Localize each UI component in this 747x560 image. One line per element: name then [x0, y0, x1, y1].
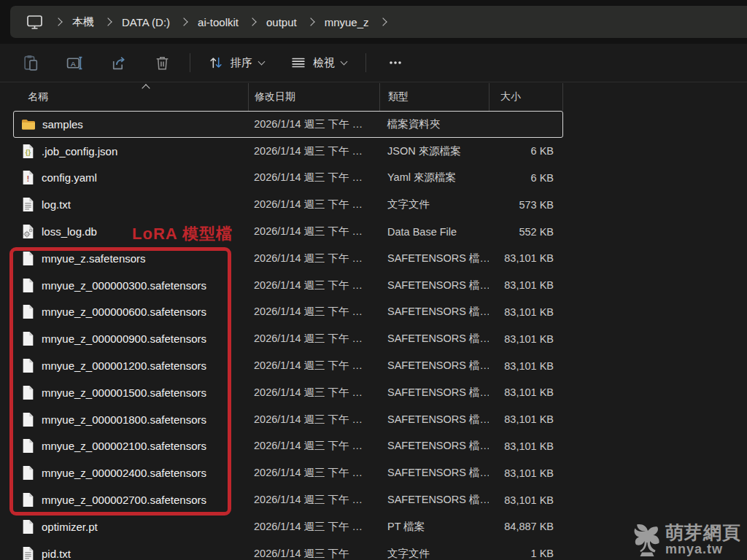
more-options-button[interactable]: [379, 50, 411, 76]
file-date: 2026/1/14 週三 下午 …: [248, 466, 379, 480]
column-header-name[interactable]: 名稱: [13, 83, 248, 111]
view-lines-icon: [290, 55, 306, 71]
file-icon: [20, 278, 35, 292]
breadcrumb-chevron-icon: [54, 18, 62, 26]
table-row[interactable]: mnyue_z_000002400.safetensors 2026/1/14 …: [13, 459, 563, 486]
table-row[interactable]: {} .job_config.json 2026/1/14 週三 下午 … JS…: [13, 138, 563, 165]
file-name: config.yaml: [42, 171, 97, 184]
breadcrumb-item[interactable]: ai-toolkit: [198, 16, 239, 28]
file-name: mnyue_z_000000600.safetensors: [42, 306, 206, 318]
rename-button[interactable]: A: [58, 50, 90, 76]
table-row[interactable]: ! config.yaml 2026/1/14 週三 下午 … Yaml 來源檔…: [13, 165, 563, 192]
file-type: PT 檔案: [379, 520, 489, 534]
file-name: loss_log.db: [42, 225, 97, 238]
rename-icon: A: [66, 54, 84, 72]
breadcrumb-item[interactable]: DATA (D:): [122, 16, 170, 28]
file-name: mnyue_z_000002700.safetensors: [42, 494, 206, 506]
file-date: 2026/1/14 週三 下午 …: [248, 439, 379, 453]
table-row[interactable]: mnyue_z_000002700.safetensors 2026/1/14 …: [13, 486, 563, 513]
table-row[interactable]: loss_log.db 2026/1/14 週三 下午 … Data Base …: [13, 218, 563, 245]
svg-text:!: !: [26, 174, 29, 183]
file-name-cell: mnyue_z_000002400.safetensors: [13, 466, 248, 481]
sort-arrows-icon: [208, 55, 224, 71]
sort-button[interactable]: 排序: [201, 50, 271, 76]
file-date: 2026/1/14 週三 下午 …: [248, 359, 379, 373]
column-header-type[interactable]: 類型: [379, 83, 489, 111]
file-date: 2026/1/14 週三 下午 …: [248, 144, 379, 158]
file-type: SAFETENSORS 檔…: [379, 386, 489, 400]
file-type: Data Base File: [379, 226, 489, 238]
chevron-down-icon: [341, 58, 348, 66]
sort-button-label: 排序: [231, 56, 252, 70]
file-type: SAFETENSORS 檔…: [379, 252, 489, 265]
file-icon: [20, 305, 35, 319]
table-row[interactable]: samples 2026/1/14 週三 下午 … 檔案資料夾: [13, 111, 563, 138]
file-date: 2026/1/14 週三 下午 …: [248, 117, 379, 131]
file-type: 檔案資料夾: [379, 117, 489, 131]
file-name: mnyue_z_000002400.safetensors: [42, 467, 206, 479]
view-button[interactable]: 檢視: [283, 50, 354, 76]
file-type: SAFETENSORS 檔…: [379, 466, 489, 480]
breadcrumb-chevron-icon: [379, 18, 387, 26]
file-date: 2026/1/14 週三 下午 …: [248, 386, 379, 400]
file-name-cell: ! config.yaml: [13, 171, 248, 185]
sprout-logo-icon: [632, 522, 662, 557]
watermark-site-name: 萌芽網頁: [665, 524, 741, 542]
table-row[interactable]: mnyue_z_000001800.safetensors 2026/1/14 …: [13, 406, 563, 433]
table-row[interactable]: mnyue_z_000000600.safetensors 2026/1/14 …: [13, 299, 563, 326]
breadcrumb-item[interactable]: mnyue_z: [325, 16, 369, 28]
file-name: pid.txt: [42, 548, 71, 560]
file-icon: [20, 251, 35, 265]
table-row[interactable]: mnyue_z_000002100.safetensors 2026/1/14 …: [13, 433, 563, 460]
file-name: mnyue_z_000001200.safetensors: [42, 359, 206, 372]
file-size: 83,101 KB: [489, 494, 563, 506]
table-row[interactable]: pid.txt 2026/1/14 週三 下午 文字文件 1 KB: [13, 540, 563, 560]
file-name-cell: mnyue_z_000001800.safetensors: [13, 412, 248, 427]
file-size: 83,101 KB: [489, 306, 563, 318]
file-size: 83,101 KB: [489, 440, 563, 452]
breadcrumb-item[interactable]: output: [266, 16, 297, 28]
table-row[interactable]: optimizer.pt 2026/1/14 週三 下午 … PT 檔案 84,…: [13, 513, 563, 540]
watermark-site-url: mnya.tw: [665, 542, 741, 556]
delete-button[interactable]: [146, 50, 178, 76]
monitor-icon[interactable]: [26, 15, 43, 30]
paste-button[interactable]: [15, 50, 47, 76]
file-name-cell: mnyue_z.safetensors: [13, 251, 248, 265]
table-row[interactable]: mnyue_z_000001200.safetensors 2026/1/14 …: [13, 352, 563, 379]
file-name-cell: loss_log.db: [13, 225, 248, 239]
file-icon: [20, 466, 35, 481]
table-row[interactable]: mnyue_z_000000300.safetensors 2026/1/14 …: [13, 272, 563, 299]
file-size: 83,101 KB: [489, 467, 563, 479]
yaml-file-icon: !: [20, 171, 35, 185]
file-size: 6 KB: [489, 172, 563, 184]
file-name-cell: pid.txt: [13, 546, 248, 560]
file-name-cell: mnyue_z_000000900.safetensors: [13, 332, 248, 346]
file-icon: [20, 519, 35, 534]
file-icon: [20, 412, 35, 427]
file-date: 2026/1/14 週三 下午: [248, 547, 379, 560]
table-row[interactable]: log.txt 2026/1/14 週三 下午 … 文字文件 573 KB: [13, 191, 563, 218]
file-date: 2026/1/14 週三 下午 …: [248, 171, 379, 184]
table-row[interactable]: mnyue_z_000000900.safetensors 2026/1/14 …: [13, 325, 563, 352]
table-row[interactable]: mnyue_z_000001500.safetensors 2026/1/14 …: [13, 379, 563, 406]
file-icon: [20, 493, 35, 508]
breadcrumb-chevron-icon: [179, 18, 187, 26]
table-row[interactable]: mnyue_z.safetensors 2026/1/14 週三 下午 … SA…: [13, 245, 563, 272]
file-icon: [20, 359, 35, 373]
file-name-cell: mnyue_z_000002700.safetensors: [13, 493, 248, 508]
file-size: 573 KB: [489, 199, 563, 211]
column-header-date[interactable]: 修改日期: [248, 83, 379, 111]
file-type: SAFETENSORS 檔…: [379, 359, 489, 373]
file-size: 83,101 KB: [489, 413, 563, 425]
file-name: log.txt: [42, 198, 71, 211]
chevron-down-icon: [258, 58, 266, 66]
svg-text:A: A: [71, 59, 76, 67]
more-icon: [387, 54, 404, 71]
share-button[interactable]: [102, 50, 134, 76]
file-date: 2026/1/14 週三 下午 …: [248, 332, 379, 346]
breadcrumb-item[interactable]: 本機: [72, 15, 94, 29]
folder-icon: [21, 117, 36, 131]
command-toolbar: A 排序 檢視: [0, 44, 747, 82]
column-header-size[interactable]: 大小: [489, 83, 563, 111]
trash-icon: [153, 54, 171, 72]
